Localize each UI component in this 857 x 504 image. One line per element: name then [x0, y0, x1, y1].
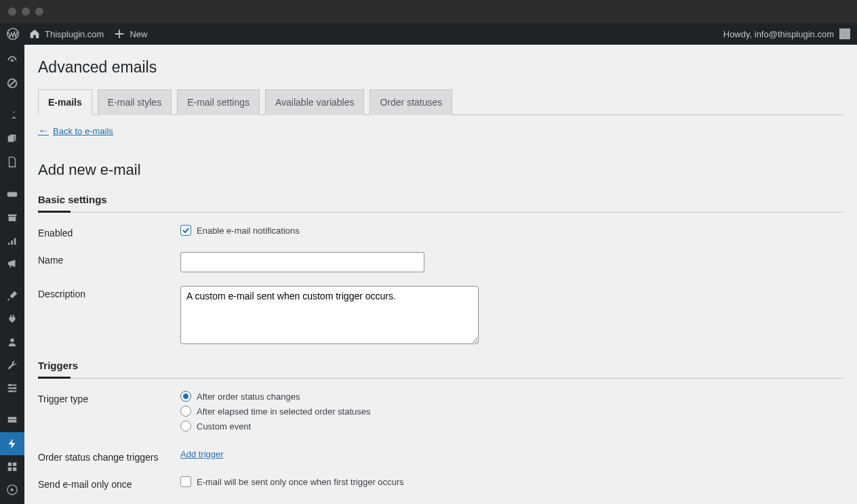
user-icon — [6, 336, 18, 348]
page-icon — [6, 156, 18, 168]
trigger-radio-0[interactable] — [180, 391, 191, 402]
sidebar-item-appearance[interactable] — [0, 285, 24, 308]
back-to-emails-link[interactable]: ← Back to e-mails — [38, 125, 113, 137]
traffic-light-close[interactable] — [8, 7, 16, 16]
home-icon — [28, 28, 41, 40]
name-input[interactable] — [180, 252, 424, 272]
window-titlebar — [0, 0, 857, 23]
send-once-checkbox-label: E-mail will be sent only once when first… — [197, 477, 404, 487]
trigger-option-0[interactable]: After order status changes — [180, 391, 843, 402]
tabs: E-mailsE-mail stylesE-mail settingsAvail… — [38, 89, 843, 115]
svg-point-6 — [9, 390, 12, 393]
svg-point-3 — [10, 339, 14, 342]
tab-order-statuses[interactable]: Order statuses — [370, 89, 452, 115]
bolt-icon — [6, 438, 18, 450]
send-once-checkbox-row[interactable]: E-mail will be sent only once when first… — [180, 476, 843, 487]
new-label: New — [129, 29, 147, 39]
sidebar-item-marketing[interactable] — [0, 252, 24, 275]
plug-icon — [6, 313, 18, 325]
status-change-label: Order status change triggers — [38, 449, 180, 463]
traffic-light-zoom[interactable] — [35, 7, 43, 16]
site-link[interactable]: Thisplugin.com — [28, 28, 104, 40]
sidebar-item-custom3[interactable] — [0, 478, 24, 501]
trigger-radio-2[interactable] — [180, 421, 191, 432]
megaphone-icon — [6, 257, 18, 270]
page-title: Advanced emails — [38, 58, 843, 77]
woo-icon — [6, 188, 18, 201]
section-title: Add new e-mail — [38, 161, 843, 179]
send-once-checkbox[interactable] — [180, 476, 191, 487]
main-content: Advanced emails E-mailsE-mail stylesE-ma… — [24, 45, 857, 504]
tab-e-mails[interactable]: E-mails — [38, 89, 92, 115]
basic-settings-heading: Basic settings — [38, 194, 843, 213]
tab-available-variables[interactable]: Available variables — [265, 89, 364, 115]
tab-e-mail-styles[interactable]: E-mail styles — [98, 89, 172, 115]
play-circle-icon — [6, 484, 18, 496]
sidebar-item-updates[interactable] — [0, 72, 24, 95]
stack-icon — [6, 415, 18, 427]
sidebar-item-media[interactable] — [0, 127, 24, 150]
brush-icon — [6, 290, 18, 302]
enabled-checkbox[interactable] — [180, 225, 191, 236]
gauge-icon — [6, 54, 18, 66]
trigger-option-2[interactable]: Custom event — [180, 421, 843, 432]
trigger-type-label: Trigger type — [38, 391, 180, 436]
plus-icon — [113, 28, 125, 40]
sidebar-item-analytics[interactable] — [0, 229, 24, 252]
description-label: Description — [38, 286, 180, 346]
name-label: Name — [38, 252, 180, 272]
sidebar-item-woo[interactable] — [0, 183, 24, 206]
trigger-radio-1[interactable] — [180, 406, 191, 417]
sidebar-item-pages[interactable] — [0, 150, 24, 173]
description-textarea[interactable] — [180, 286, 479, 344]
bar-chart-icon — [6, 234, 18, 247]
pin-icon — [6, 110, 18, 122]
trigger-radio-label: Custom event — [197, 421, 251, 432]
arrow-left-icon: ← — [38, 125, 49, 137]
trigger-option-1[interactable]: After elapsed time in selected order sta… — [180, 406, 843, 417]
sidebar-item-posts[interactable] — [0, 104, 24, 127]
tab-e-mail-settings[interactable]: E-mail settings — [177, 89, 260, 115]
new-content[interactable]: New — [113, 28, 147, 40]
howdy-text[interactable]: Howdy, info@thisplugin.com — [723, 29, 834, 39]
archive-icon — [6, 211, 18, 224]
wp-logo[interactable] — [7, 28, 19, 40]
triggers-heading: Triggers — [38, 360, 843, 379]
svg-rect-2 — [7, 192, 17, 196]
sidebar-item-products[interactable] — [0, 206, 24, 229]
circle-slash-icon — [6, 77, 18, 89]
sidebar-item-custom1[interactable] — [0, 409, 24, 432]
sidebar-item-dashboard[interactable] — [0, 49, 24, 72]
site-name: Thisplugin.com — [45, 29, 104, 39]
back-link-label: Back to e-mails — [53, 126, 113, 136]
trigger-radio-label: After order status changes — [197, 392, 300, 402]
wp-adminbar: Thisplugin.com New Howdy, info@thisplugi… — [0, 23, 857, 45]
sidebar-item-settings[interactable] — [0, 377, 24, 400]
admin-sidebar — [0, 45, 24, 504]
enabled-label: Enabled — [38, 225, 180, 238]
grid-icon — [6, 461, 18, 473]
add-trigger-link[interactable]: Add trigger — [180, 449, 224, 459]
traffic-light-minimize[interactable] — [22, 7, 30, 16]
sidebar-item-custom2[interactable] — [0, 455, 24, 478]
check-icon — [182, 226, 190, 234]
sidebar-item-tools[interactable] — [0, 354, 24, 377]
wrench-icon — [6, 359, 18, 371]
avatar[interactable] — [839, 28, 850, 39]
svg-point-4 — [9, 384, 12, 387]
sidebar-item-users[interactable] — [0, 331, 24, 354]
trigger-radio-label: After elapsed time in selected order sta… — [197, 406, 371, 417]
sliders-icon — [6, 382, 18, 394]
enabled-checkbox-row[interactable]: Enable e-mail notifications — [180, 225, 843, 236]
sidebar-item-thisplugin[interactable] — [0, 432, 24, 455]
sidebar-item-plugins[interactable] — [0, 308, 24, 331]
media-icon — [6, 133, 18, 145]
enabled-checkbox-label: Enable e-mail notifications — [197, 226, 300, 236]
svg-point-5 — [14, 387, 16, 390]
send-once-label: Send e-mail only once — [38, 476, 180, 490]
